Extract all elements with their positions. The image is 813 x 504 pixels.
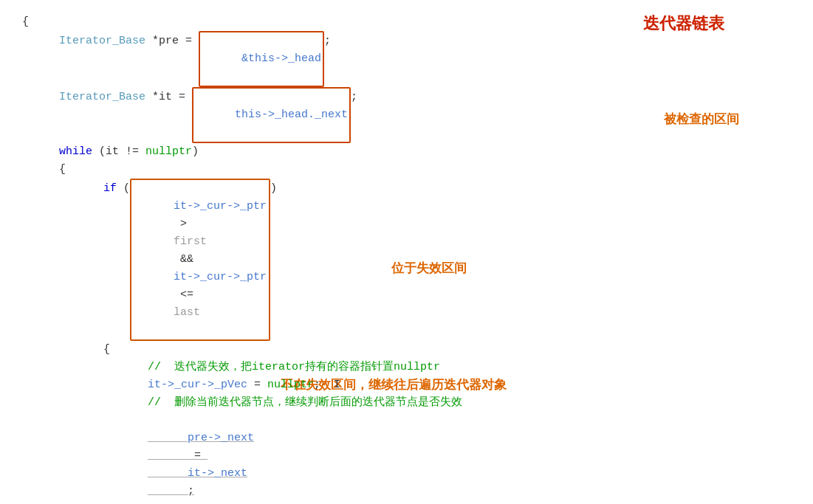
line-cmt2: // 删除当前迭代器节点，继续判断后面的迭代器节点是否失效 [148,394,798,412]
code-container: 迭代器链表 被检查的区间 位于失效区间 不在失效区间，继续往后遍历迭代器对象 {… [0,0,813,504]
line-open2: { [103,341,798,359]
line-prenext: pre->_next = it->_next ; [148,412,798,504]
line-open1: { [59,161,798,179]
highlight-head-next: this->_head._next [192,87,351,143]
line-pre: Iterator_Base *pre = &this->_head ; [59,31,798,87]
line-it: Iterator_Base *it = this->_head._next ; [59,87,798,143]
line-outer-open: { [22,13,798,31]
line-cmt1: // 迭代器失效，把iterator持有的容器指针置nullptr [148,359,798,376]
highlight-if-condition: it->_cur->_ptr > first && it->_cur->_ptr… [130,179,270,341]
line-if: if ( it->_cur->_ptr > first && it->_cur-… [103,179,798,341]
line-pvec: it->_cur->_pVec = nullptr ; I [148,376,798,394]
highlight-this-head: &this->_head [199,31,324,87]
line-while: while (it != nullptr ) [59,143,798,161]
